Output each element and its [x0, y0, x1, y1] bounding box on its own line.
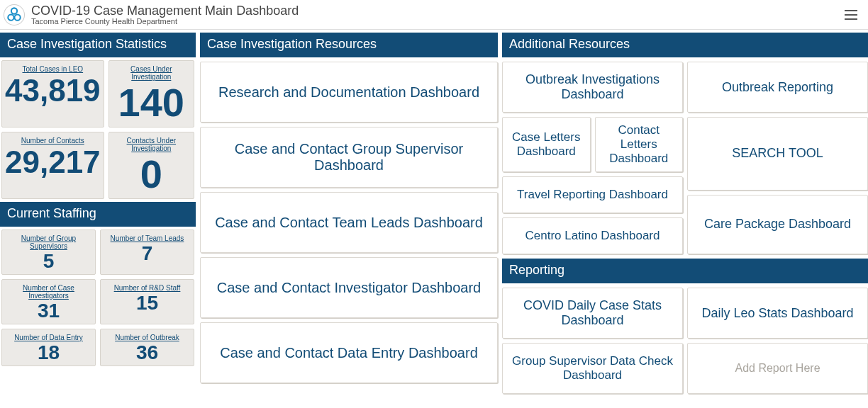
stat-label: Number of Team Leads	[104, 234, 191, 242]
stat-value: 0	[112, 154, 191, 196]
mid-column: Case Investigation Resources Research an…	[200, 33, 498, 394]
tile-contact-letters[interactable]: Contact Letters Dashboard	[595, 117, 684, 172]
stat-label: Number of Data Entry	[5, 334, 92, 341]
stat-outbreak[interactable]: Number of Outbreak 36	[100, 329, 194, 366]
stat-value: 18	[5, 343, 92, 363]
tile-group-supervisor[interactable]: Case and Contact Group Supervisor Dashbo…	[200, 127, 498, 188]
topbar: COVID-19 Case Management Main Dashboard …	[0, 0, 868, 30]
stat-label: Number of Outbreak	[104, 334, 191, 341]
section-header-statistics: Case Investigation Statistics	[0, 33, 196, 57]
stat-label: Number of Case Investigators	[5, 284, 92, 300]
section-header-additional: Additional Resources	[502, 33, 868, 57]
app-subtitle: Tacoma Pierce County Health Department	[31, 17, 841, 26]
stat-rd-staff[interactable]: Number of R&D Staff 15	[100, 279, 194, 324]
stat-contacts-under-investigation[interactable]: Contacts Under Investigation 0	[108, 132, 194, 199]
stat-value: 15	[104, 293, 191, 313]
section-header-reporting: Reporting	[502, 259, 868, 283]
stat-number-of-contacts[interactable]: Number of Contacts 29,217	[1, 132, 104, 199]
right-column: Additional Resources Outbreak Investigat…	[502, 33, 868, 394]
recycle-icon	[6, 7, 22, 23]
stat-label: Number of Group Supervisors	[5, 234, 92, 250]
stat-total-cases-leo[interactable]: Total Cases in LEO 43,819	[1, 60, 104, 128]
hamburger-icon	[845, 10, 857, 11]
stat-label: Number of R&D Staff	[104, 284, 191, 292]
hamburger-menu-button[interactable]	[841, 5, 861, 25]
stat-team-leads[interactable]: Number of Team Leads 7	[100, 230, 194, 275]
app-title: COVID-19 Case Management Main Dashboard	[31, 4, 841, 18]
tile-group-supervisor-data-check[interactable]: Group Supervisor Data Check Dashboard	[502, 343, 683, 394]
section-header-staffing: Current Staffing	[0, 202, 196, 227]
stat-value: 5	[5, 251, 92, 271]
stat-value: 29,217	[5, 146, 101, 178]
staffing-grid: Number of Group Supervisors 5 Number of …	[0, 230, 196, 366]
tile-data-entry[interactable]: Case and Contact Data Entry Dashboard	[200, 322, 498, 383]
tile-search-tool[interactable]: SEARCH TOOL	[687, 117, 868, 191]
left-column: Case Investigation Statistics Total Case…	[0, 33, 196, 394]
tile-covid-daily-stats[interactable]: COVID Daily Case Stats Dashboard	[502, 288, 683, 339]
stat-value: 36	[104, 343, 191, 363]
svg-point-0	[11, 8, 17, 13]
stat-value: 140	[112, 82, 191, 124]
stat-value: 7	[104, 244, 191, 264]
case-stats-grid: Total Cases in LEO 43,819 Cases Under In…	[0, 60, 196, 199]
stat-value: 43,819	[5, 74, 101, 107]
tile-daily-leo-stats[interactable]: Daily Leo Stats Dashboard	[687, 288, 868, 339]
stat-case-investigators[interactable]: Number of Case Investigators 31	[1, 279, 96, 324]
tile-research-documentation[interactable]: Research and Documentation Dashboard	[200, 62, 498, 123]
tile-investigator[interactable]: Case and Contact Investigator Dashboard	[200, 257, 498, 318]
stat-value: 31	[5, 301, 92, 321]
stat-label: Total Cases in LEO	[5, 65, 101, 73]
row-letters-search: Case Letters Dashboard Contact Letters D…	[502, 117, 868, 254]
tile-outbreak-investigations[interactable]: Outbreak Investigations Dashboard	[502, 62, 683, 113]
stat-label: Number of Contacts	[5, 137, 101, 144]
svg-point-2	[14, 14, 20, 20]
stat-data-entry[interactable]: Number of Data Entry 18	[1, 329, 96, 366]
row-reporting-2: Group Supervisor Data Check Dashboard Ad…	[502, 343, 868, 394]
stat-label: Contacts Under Investigation	[112, 137, 191, 152]
title-block: COVID-19 Case Management Main Dashboard …	[31, 4, 841, 26]
section-header-case-resources: Case Investigation Resources	[200, 33, 498, 57]
stat-label: Cases Under Investigation	[112, 65, 191, 81]
svg-point-1	[8, 14, 13, 20]
tile-centro-latino[interactable]: Centro Latino Dashboard	[502, 217, 683, 254]
tile-team-leads[interactable]: Case and Contact Team Leads Dashboard	[200, 192, 498, 253]
row-outbreak: Outbreak Investigations Dashboard Outbre…	[502, 62, 868, 113]
stat-group-supervisors[interactable]: Number of Group Supervisors 5	[1, 230, 96, 275]
tile-add-report-here[interactable]: Add Report Here	[687, 343, 868, 394]
tile-outbreak-reporting[interactable]: Outbreak Reporting	[687, 62, 868, 113]
stat-cases-under-investigation[interactable]: Cases Under Investigation 140	[108, 60, 194, 128]
row-reporting-1: COVID Daily Case Stats Dashboard Daily L…	[502, 288, 868, 339]
tile-case-letters[interactable]: Case Letters Dashboard	[502, 117, 591, 172]
tile-care-package[interactable]: Care Package Dashboard	[687, 195, 868, 254]
tile-travel-reporting[interactable]: Travel Reporting Dashboard	[502, 176, 683, 213]
app-logo	[4, 5, 24, 25]
